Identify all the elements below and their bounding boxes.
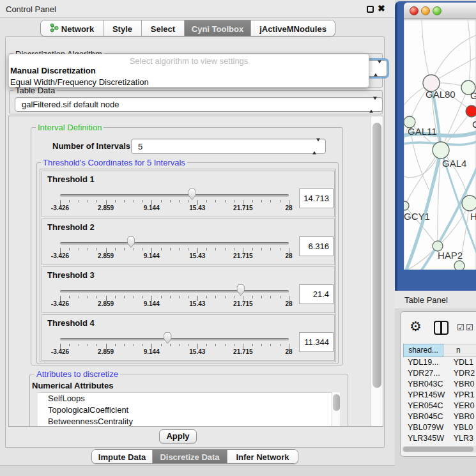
network-edge-highlighted <box>404 150 441 270</box>
network-canvas[interactable]: GAL80GACGAL11GAL4GCY1HHAP2 <box>404 19 476 270</box>
number-of-intervals-combo[interactable]: 5 <box>131 139 326 154</box>
tab-cyni-toolbox[interactable]: Cyni Toolbox <box>185 20 251 36</box>
table-horizontal-scrollbar[interactable] <box>402 446 476 452</box>
cell-name: YPR1 <box>451 390 476 401</box>
network-node[interactable] <box>433 142 449 158</box>
cell-shared-name: YPR145W <box>403 390 451 401</box>
network-node-label-h: H <box>470 211 476 222</box>
scale-label: 2.859 <box>91 300 121 307</box>
table-row[interactable]: YBR045CYBR0 <box>403 411 476 422</box>
minor-tick <box>69 296 70 298</box>
threshold-slider-track[interactable] <box>60 242 289 245</box>
table-row[interactable]: YER054CYER0 <box>403 401 476 411</box>
table-row[interactable]: YBR043CYBR0 <box>403 379 476 390</box>
minor-tick <box>79 344 79 346</box>
column-header-shared[interactable]: shared... <box>403 344 443 357</box>
threshold-value-field[interactable]: 11.344 <box>299 332 334 352</box>
threshold-slider-track[interactable] <box>60 290 289 293</box>
minor-tick <box>270 296 271 298</box>
algorithm-dropdown-popup: Select algorithm to view settings Manual… <box>8 54 369 88</box>
table-panel-header: Table Panel <box>395 291 476 309</box>
algorithm-option-manual-discretization[interactable]: Manual Discretization <box>10 66 96 75</box>
threshold-slider-track[interactable] <box>60 338 289 341</box>
scale-label: -3.426 <box>45 348 75 355</box>
float-window-icon[interactable] <box>367 6 374 13</box>
minor-tick <box>234 200 234 203</box>
table-header-row: shared... n <box>403 344 476 357</box>
table-row[interactable]: YDL19...YDL1 <box>403 357 476 368</box>
tab-network[interactable]: Network <box>41 20 104 36</box>
tab-style[interactable]: Style <box>104 20 142 36</box>
checkbox-icon-2[interactable]: ☑ <box>466 323 473 332</box>
apply-button[interactable]: Apply <box>159 429 197 443</box>
minor-tick <box>179 200 180 203</box>
cell-shared-name: YBR045C <box>403 411 451 422</box>
network-node[interactable] <box>466 105 476 117</box>
table-row[interactable]: YPR145WYPR1 <box>403 390 476 401</box>
tab-label: Cyni Toolbox <box>192 24 243 34</box>
column-header-name[interactable]: n <box>443 344 476 357</box>
tab-infer-network[interactable]: Infer Network <box>227 450 298 464</box>
minor-tick <box>115 248 116 250</box>
threshold-value-field[interactable]: 21.4 <box>299 284 334 304</box>
table-data-combo[interactable]: galFiltered.sif default node <box>15 97 383 112</box>
minor-tick <box>225 344 226 346</box>
threshold-value-field[interactable]: 6.316 <box>299 236 334 256</box>
checkbox-icon-1[interactable]: ☑ <box>457 323 464 332</box>
attribute-item-betweennesscentrality[interactable]: BetweennessCentrality <box>38 416 332 427</box>
table-row[interactable]: YDR27...YDR2 <box>403 368 476 379</box>
network-node[interactable] <box>454 261 464 270</box>
minor-tick <box>88 200 88 203</box>
close-icon[interactable]: ✖ <box>378 3 385 13</box>
traffic-light-zoom-icon[interactable] <box>433 6 441 15</box>
tab-label: Infer Network <box>236 452 289 462</box>
scale-label: 15.43 <box>182 348 213 355</box>
attributes-list-scrollbar[interactable] <box>332 392 340 427</box>
gear-icon[interactable]: ⚙ <box>410 319 422 333</box>
tab-select[interactable]: Select <box>142 20 185 36</box>
minor-tick <box>215 296 216 298</box>
minor-tick <box>124 344 125 346</box>
tab-label: jActiveMNodules <box>259 24 326 34</box>
tab-jactivemnodules[interactable]: jActiveMNodules <box>251 20 335 36</box>
traffic-light-close-icon[interactable] <box>410 6 418 15</box>
tab-impute-data[interactable]: Impute Data <box>92 450 153 464</box>
attribute-item-topologicalcoefficient[interactable]: TopologicalCoefficient <box>38 404 332 416</box>
network-icon <box>50 23 59 35</box>
table-horizontal-scrollbar-thumb[interactable] <box>403 447 473 452</box>
traffic-light-minimize-icon[interactable] <box>421 6 430 15</box>
numerical-attributes-list[interactable]: SelfLoopsTopologicalCoefficientBetweenne… <box>38 392 332 427</box>
numerical-attributes-heading: Numerical Attributes <box>32 381 113 390</box>
network-window-titlebar[interactable] <box>404 3 476 19</box>
minor-tick <box>261 200 262 203</box>
minor-tick <box>69 344 70 346</box>
panel-vertical-scrollbar[interactable] <box>371 116 383 427</box>
network-edge <box>468 19 470 88</box>
attributes-list-scrollbar-thumb[interactable] <box>333 394 340 411</box>
minor-tick <box>206 344 207 346</box>
algorithm-option-equal-width-frequency-discretization[interactable]: Equal Width/Frequency Discretization <box>10 77 149 87</box>
minor-tick <box>206 200 207 203</box>
panel-vertical-scrollbar-thumb[interactable] <box>372 123 381 388</box>
scale-label: 2.859 <box>91 348 121 355</box>
table-row[interactable]: YBL079WYBL0 <box>403 422 476 433</box>
threshold-slider-track[interactable] <box>60 194 289 197</box>
minor-tick <box>270 248 271 250</box>
threshold-value-field[interactable]: 14.713 <box>299 188 334 208</box>
table-row[interactable]: YLR345WYLR3 <box>403 433 476 444</box>
cell-shared-name: YBR043C <box>403 379 451 390</box>
network-node[interactable] <box>462 196 476 211</box>
minor-tick <box>234 248 234 250</box>
tab-discretize-data[interactable]: Discretize Data <box>153 450 227 464</box>
thresholds-group-title: Threshold's Coordinates for 5 Intervals <box>41 158 187 167</box>
cell-name: YBR0 <box>451 411 476 422</box>
network-window: GAL80GACGAL11GAL4GCY1HHAP2 <box>395 1 476 291</box>
table-rows: YDL19...YDL1YDR27...YDR2YBR043CYBR0YPR14… <box>403 357 476 446</box>
minor-tick <box>188 344 188 346</box>
attribute-item-selfloops[interactable]: SelfLoops <box>38 393 332 404</box>
scale-label: 21.715 <box>227 204 258 211</box>
network-node[interactable] <box>404 201 409 210</box>
minor-tick <box>170 200 171 203</box>
split-columns-icon[interactable] <box>434 321 449 335</box>
minor-tick <box>79 248 79 250</box>
